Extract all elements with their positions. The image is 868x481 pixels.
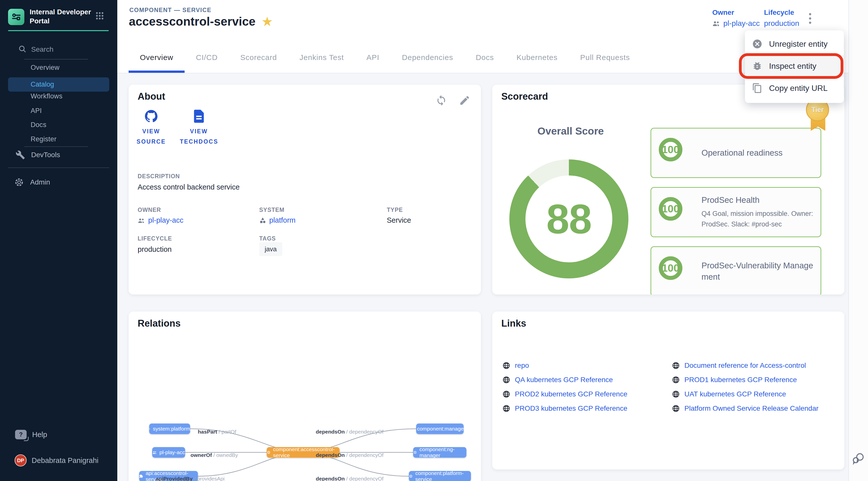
graph-node-component-platform-service[interactable]: component:platform-service xyxy=(409,471,471,481)
link-prod1-kubernetes[interactable]: PROD1 kubernetes GCP Reference xyxy=(672,373,818,387)
about-lifecycle-value: production xyxy=(137,245,172,254)
score-ring: 100 xyxy=(659,197,682,221)
sidebar-item-admin[interactable]: Admin xyxy=(14,177,50,187)
sidebar-item-help[interactable]: ? Help xyxy=(15,430,47,439)
lifecycle-block: Lifecycle production xyxy=(764,8,799,28)
tab-docs[interactable]: Docs xyxy=(464,42,505,73)
sidebar-item-docs[interactable]: Docs xyxy=(31,121,46,129)
breadcrumb: COMPONENT — SERVICE xyxy=(129,6,212,13)
sidebar-item-catalog-label: Catalog xyxy=(31,81,54,88)
overall-score-value: 88 xyxy=(546,195,591,243)
owner-value: pl-play-acc xyxy=(723,19,760,28)
about-owner-link[interactable]: pl-play-acc xyxy=(137,216,183,224)
globe-icon xyxy=(672,390,680,398)
view-techdocs-button[interactable]: VIEW TECHDOCS xyxy=(176,110,221,147)
tab-jenkins-test[interactable]: Jenkins Test xyxy=(288,42,355,73)
about-system-link[interactable]: platform xyxy=(259,216,296,224)
links-column-right: Document reference for Access-control PR… xyxy=(672,358,818,415)
tab-scorecard[interactable]: Scorecard xyxy=(229,42,288,73)
menu-item-label: Inspect entity xyxy=(769,62,816,71)
sidebar-item-catalog[interactable]: Catalog xyxy=(8,77,109,92)
links-title: Links xyxy=(501,318,526,329)
globe-icon xyxy=(502,361,510,370)
sidebar-item-overview[interactable]: Overview xyxy=(31,64,60,71)
scorecard-item-prodsec-vulnerability[interactable]: 100 ProdSec-Vulnerability Management xyxy=(651,246,821,294)
link-uat-kubernetes[interactable]: UAT kubernetes GCP Reference xyxy=(672,387,818,401)
link-prod2-kubernetes[interactable]: PROD2 kubernetes GCP Reference xyxy=(502,387,627,401)
sidebar-item-devtools[interactable]: DevTools xyxy=(16,150,60,160)
sidebar-item-api[interactable]: API xyxy=(31,107,42,115)
menu-item-label: Unregister entity xyxy=(769,39,828,49)
feedback-chat-icon[interactable] xyxy=(851,451,866,466)
link-release-calendar[interactable]: Platform Owned Service Release Calendar xyxy=(672,401,818,415)
tab-kubernetes[interactable]: Kubernetes xyxy=(505,42,569,73)
about-tags-label: TAGS xyxy=(259,235,276,242)
link-doc-reference[interactable]: Document reference for Access-control xyxy=(672,358,818,373)
view-source-button[interactable]: VIEW SOURCE xyxy=(129,110,174,147)
search-icon[interactable] xyxy=(18,45,27,53)
sidebar-item-workflows[interactable]: Workflows xyxy=(31,92,63,100)
sidebar-item-register[interactable]: Register xyxy=(31,135,57,143)
favorite-star-icon[interactable]: ★ xyxy=(262,16,272,27)
graph-node-component-manager[interactable]: component:manager xyxy=(416,423,464,434)
description-value: Access control backend service xyxy=(137,183,240,191)
score-ring: 100 xyxy=(659,138,682,161)
scorecard-item-prodsec-health[interactable]: 100 ProdSec Health Q4 Goal, mission impo… xyxy=(651,187,821,237)
view-techdocs-label: VIEW TECHDOCS xyxy=(180,126,218,147)
kebab-menu-icon[interactable] xyxy=(807,11,813,25)
tab-api[interactable]: API xyxy=(355,42,391,73)
graph-node-label: pl-play-acc xyxy=(159,449,185,455)
scorecard-item-operational-readiness[interactable]: 100 Operational readiness xyxy=(651,128,821,178)
edge-label-dependson-2: dependsOn / dependencyOf xyxy=(316,452,383,458)
globe-icon xyxy=(672,361,680,370)
overall-score-gauge: 88 xyxy=(509,159,628,279)
edge-label-apiprovidedby: apiProvidedBy / providesApi xyxy=(156,476,224,481)
globe-icon xyxy=(502,405,510,413)
tab-overview[interactable]: Overview xyxy=(129,42,185,73)
owner-block: Owner pl-play-acc xyxy=(712,8,760,28)
tab-dependencies[interactable]: Dependencies xyxy=(391,42,464,73)
refresh-icon[interactable] xyxy=(435,95,447,106)
right-edge-panel xyxy=(848,0,868,481)
graph-node-system-platform[interactable]: system:platform xyxy=(149,423,190,434)
edge-label-dependson-3: dependsOn / dependencyOf xyxy=(316,476,383,481)
scorecard-item-title: ProdSec Health xyxy=(702,195,813,206)
graph-node-component-ng-manager[interactable]: component:ng-manager xyxy=(413,447,466,458)
score-ring: 100 xyxy=(659,256,682,280)
tab-pull-requests[interactable]: Pull Requests xyxy=(569,42,641,73)
owner-label: Owner xyxy=(712,8,760,17)
copy-icon xyxy=(752,83,763,93)
link-qa-kubernetes[interactable]: QA kubernetes GCP Reference xyxy=(502,373,627,387)
sidebar-divider-1 xyxy=(24,147,88,147)
search-underline xyxy=(24,59,88,60)
sidebar-divider-2 xyxy=(8,167,109,168)
bug-icon xyxy=(752,61,763,71)
owner-link[interactable]: pl-play-acc xyxy=(712,19,760,28)
sidebar-item-admin-label: Admin xyxy=(30,178,50,186)
user-profile[interactable]: DP Debabrata Panigrahi xyxy=(14,454,98,467)
app-root: Internal Developer Portal Search Overvie… xyxy=(0,0,868,481)
edge-label-haspart: hasPart / partOf xyxy=(198,429,236,435)
menu-item-unregister-entity[interactable]: Unregister entity xyxy=(745,33,844,55)
edit-pencil-icon[interactable] xyxy=(459,95,470,106)
about-lifecycle-label: LIFECYCLE xyxy=(137,235,172,242)
menu-item-inspect-entity[interactable]: Inspect entity xyxy=(745,55,844,77)
search-input[interactable]: Search xyxy=(31,45,54,54)
app-grid-icon[interactable] xyxy=(95,11,104,21)
tag-chip-java[interactable]: java xyxy=(259,242,282,256)
tab-cicd[interactable]: CI/CD xyxy=(185,42,229,73)
menu-item-copy-entity-url[interactable]: Copy entity URL xyxy=(745,77,844,99)
entity-tabs: Overview CI/CD Scorecard Jenkins Test AP… xyxy=(129,42,641,73)
graph-node-label: component:manager xyxy=(417,426,465,432)
cancel-icon xyxy=(752,39,763,49)
about-title: About xyxy=(137,91,165,102)
graph-node-label: system:platform xyxy=(153,426,190,432)
brand-logo-icon[interactable] xyxy=(8,9,24,25)
avatar: DP xyxy=(14,454,27,467)
scorecard-item-title: ProdSec-Vulnerability Management xyxy=(702,260,813,282)
graph-node-pl-play-acc[interactable]: pl-play-acc xyxy=(152,447,185,458)
link-repo[interactable]: repo xyxy=(502,358,627,373)
sidebar-item-help-label: Help xyxy=(32,430,47,439)
link-prod3-kubernetes[interactable]: PROD3 kubernetes GCP Reference xyxy=(502,401,627,415)
system-icon xyxy=(259,217,266,224)
